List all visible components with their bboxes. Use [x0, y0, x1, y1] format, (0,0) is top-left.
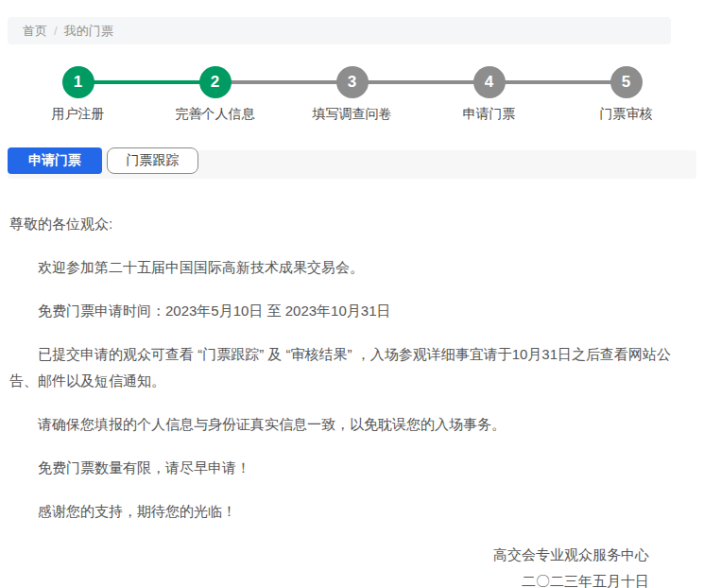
- breadcrumb-current: 我的门票: [64, 23, 113, 40]
- step-user-register: 1 用户注册: [9, 66, 146, 123]
- signature-org: 高交会专业观众服务中心: [9, 542, 649, 568]
- step-circle-5: 5: [610, 66, 643, 98]
- notice-paragraph: 欢迎参加第二十五届中国国际高新技术成果交易会。: [9, 254, 672, 281]
- tab-ticket-tracking[interactable]: 门票跟踪: [107, 147, 198, 174]
- step-circle-3: 3: [336, 66, 369, 98]
- step-circle-1: 1: [62, 66, 94, 98]
- signature-date: 二〇二三年五月十日: [9, 568, 649, 588]
- step-apply-ticket: 4 申请门票: [421, 66, 558, 123]
- step-label-5: 门票审核: [600, 106, 653, 123]
- tab-apply-ticket[interactable]: 申请门票: [8, 147, 102, 174]
- breadcrumb-separator: /: [54, 24, 58, 38]
- step-circle-4: 4: [473, 66, 506, 98]
- progress-stepper: 1 用户注册 2 完善个人信息 3 填写调查问卷 4 申请门票 5 门票审核: [9, 66, 695, 123]
- step-ticket-review: 5 门票审核: [558, 66, 695, 123]
- step-questionnaire: 3 填写调查问卷: [283, 66, 421, 123]
- step-label-3: 填写调查问卷: [313, 106, 392, 123]
- tab-bar: 申请门票 门票跟踪: [8, 150, 696, 179]
- breadcrumb: 首页 / 我的门票: [8, 17, 671, 44]
- notice-paragraph: 已提交申请的观众可查看 “门票跟踪” 及 “审核结果” ，入场参观详细事宜请于1…: [9, 341, 672, 394]
- notice-paragraph: 感谢您的支持，期待您的光临！: [9, 498, 672, 525]
- step-label-4: 申请门票: [463, 106, 516, 123]
- notice-salutation: 尊敬的各位观众:: [9, 211, 672, 237]
- signature-block: 高交会专业观众服务中心 二〇二三年五月十日: [9, 542, 672, 588]
- notice-body: 尊敬的各位观众: 欢迎参加第二十五届中国国际高新技术成果交易会。 免费门票申请时…: [0, 179, 704, 588]
- notice-paragraph: 免费门票申请时间：2023年5月10日 至 2023年10月31日: [9, 298, 672, 324]
- step-complete-info: 2 完善个人信息: [146, 66, 283, 123]
- step-label-1: 用户注册: [52, 106, 105, 123]
- notice-paragraph: 请确保您填报的个人信息与身份证真实信息一致，以免耽误您的入场事务。: [9, 411, 672, 438]
- step-label-2: 完善个人信息: [176, 106, 255, 123]
- breadcrumb-home-link[interactable]: 首页: [23, 23, 47, 40]
- step-circle-2: 2: [199, 66, 232, 98]
- notice-paragraph: 免费门票数量有限，请尽早申请！: [9, 455, 672, 481]
